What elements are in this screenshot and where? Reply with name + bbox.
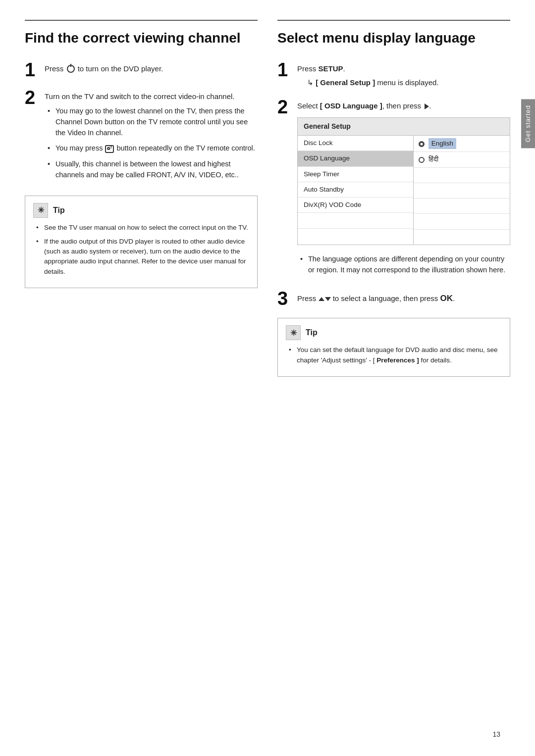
english-option: English <box>428 138 456 149</box>
left-tip-bullet-1: See the TV user manual on how to select … <box>35 223 249 233</box>
gs-osd-language: OSD Language <box>298 151 413 166</box>
step-2-container: 2 Turn on the TV and switch to the corre… <box>25 88 258 186</box>
gs-disc-lock: Disc Lock <box>298 136 413 151</box>
gs-sleep-timer: Sleep Timer <box>298 167 413 182</box>
right-step-3-container: 3 Press to select a language, then press… <box>277 289 510 308</box>
step-2-content: Turn on the TV and switch to the correct… <box>45 88 258 186</box>
gs-right-7 <box>414 230 510 245</box>
gs-two-col: Disc Lock OSD Language Sleep Timer Auto … <box>298 136 510 245</box>
gs-right-3 <box>414 168 510 183</box>
gs-right-4 <box>414 183 510 199</box>
right-step-2-container: 2 Select [ OSD Language ], then press . … <box>277 98 510 281</box>
left-tip-header: ✳ Tip <box>33 203 249 218</box>
bullet-1: You may go to the lowest channel on the … <box>47 106 258 138</box>
right-step-2-number: 2 <box>277 98 291 116</box>
right-step-1-number: 1 <box>277 60 291 79</box>
gs-auto-standby: Auto Standby <box>298 182 413 198</box>
gs-hindi: हिंदी <box>414 152 510 167</box>
right-step-1-container: 1 Press SETUP. ↳ [ General Setup ] menu … <box>277 60 510 89</box>
power-icon <box>67 65 75 73</box>
sidebar-label: Get started <box>524 105 532 142</box>
left-column: Find the correct viewing channel 1 Press… <box>25 20 258 736</box>
triangle-right-icon <box>425 103 429 109</box>
gs-divx: DivX(R) VOD Code <box>298 198 413 213</box>
right-tip-header: ✳ Tip <box>286 325 502 340</box>
step-1-number: 1 <box>25 60 39 79</box>
gs-english: English <box>414 136 510 152</box>
right-tip-text-after: for details. <box>419 356 452 364</box>
setup-bold: SETUP <box>319 64 343 73</box>
right-tip-label: Tip <box>306 328 318 337</box>
right-step-1-indent: ↳ [ General Setup ] menu is displayed. <box>297 77 510 89</box>
right-step-2-text: Select [ OSD Language ], then press . <box>297 101 510 112</box>
ok-label: OK <box>440 294 453 303</box>
triangle-down-icon <box>325 297 331 301</box>
osd-language-bracket: [ OSD Language ] <box>320 101 382 110</box>
step-2-bullets: You may go to the lowest channel on the … <box>45 106 258 181</box>
left-tip-content: See the TV user manual on how to select … <box>33 223 249 277</box>
right-column: Select menu display language 1 Press SET… <box>277 20 510 736</box>
step-1-text: Press to turn on the DVD player. <box>45 63 258 75</box>
right-tip-box: ✳ Tip You can set the default language f… <box>277 318 510 377</box>
right-step-2-content: Select [ OSD Language ], then press . Ge… <box>297 98 510 281</box>
gs-right-6 <box>414 214 510 229</box>
right-tip-bullets: You can set the default language for DVD… <box>286 345 502 365</box>
bullet-3: Usually, this channel is between the low… <box>47 159 258 181</box>
gs-empty-2 <box>298 229 413 244</box>
right-step-3-number: 3 <box>277 289 291 308</box>
left-tip-box: ✳ Tip See the TV user manual on how to s… <box>25 196 258 288</box>
right-title: Select menu display language <box>277 30 510 47</box>
left-tip-label: Tip <box>53 206 65 215</box>
step-2-number: 2 <box>25 88 39 107</box>
right-step-3-content: Press to select a language, then press O… <box>297 289 510 308</box>
left-title: Find the correct viewing channel <box>25 30 258 47</box>
right-note-bullet-1: The language options are different depen… <box>299 254 510 276</box>
repeat-icon: ↺ <box>105 145 114 153</box>
right-tip-bullet-1: You can set the default language for DVD… <box>288 345 502 365</box>
hindi-option: हिंदी <box>428 155 438 163</box>
step-2-text: Turn on the TV and switch to the correct… <box>45 91 258 102</box>
general-setup-table: General Setup Disc Lock OSD Language Sle… <box>297 117 510 245</box>
gs-header: General Setup <box>298 118 510 136</box>
sidebar-tab: Get started <box>521 99 535 148</box>
general-setup-bracket: [ General Setup ] <box>316 78 375 87</box>
step-1-container: 1 Press to turn on the DVD player. <box>25 60 258 79</box>
right-tip-star-icon: ✳ <box>286 325 301 340</box>
gs-right-5 <box>414 199 510 214</box>
left-tip-bullet-2: If the audio output of this DVD player i… <box>35 237 249 277</box>
tip-star-icon: ✳ <box>33 203 48 218</box>
bullet-2: You may press ↺ button repeatedly on the… <box>47 143 258 154</box>
gs-empty-1 <box>298 213 413 228</box>
preferences-bold: Preferences ] <box>376 356 419 364</box>
triangle-up-icon <box>319 297 324 301</box>
right-note-bullets: The language options are different depen… <box>297 254 510 276</box>
right-step-1-text: Press SETUP. <box>297 63 510 75</box>
radio-selected-icon <box>419 141 425 147</box>
left-tip-bullets: See the TV user manual on how to select … <box>33 223 249 277</box>
radio-empty-icon <box>419 157 425 163</box>
right-step-3-text: Press to select a language, then press O… <box>297 292 510 305</box>
right-tip-content: You can set the default language for DVD… <box>286 345 502 365</box>
page-number: 13 <box>492 730 500 738</box>
gs-col-left: Disc Lock OSD Language Sleep Timer Auto … <box>298 136 414 245</box>
gs-col-right: English हिंदी <box>414 136 510 245</box>
right-step-1-content: Press SETUP. ↳ [ General Setup ] menu is… <box>297 60 510 89</box>
step-1-content: Press to turn on the DVD player. <box>45 60 258 78</box>
